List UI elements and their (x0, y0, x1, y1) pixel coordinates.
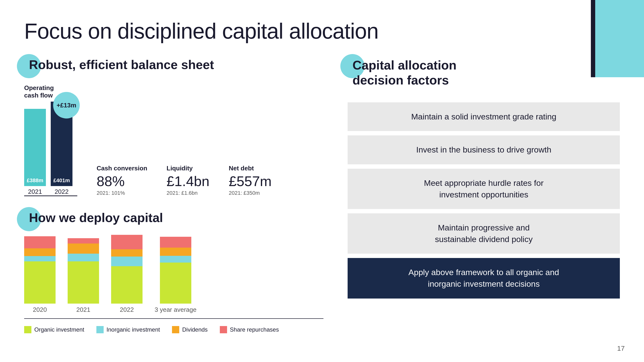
legend-label-organic: Organic investment (34, 326, 84, 333)
metric-net-debt-title: Net debt (229, 165, 272, 172)
balance-metrics: Operating cash flow £388m 2021 (24, 84, 324, 196)
balance-sheet-title: Robust, efficient balance sheet (24, 58, 214, 72)
metric-cash-conversion: Cash conversion 88% 2021: 101% (96, 165, 147, 196)
metric-liquidity-title: Liquidity (167, 165, 210, 172)
metric-liquidity-sub: 2021: £1.6bn (167, 190, 210, 196)
deploy-bar-2021: 2021 (68, 238, 99, 314)
segment-inorganic-2021 (68, 254, 99, 261)
segment-inorganic-2022 (111, 257, 142, 266)
legend-label-repurchases: Share repurchases (230, 326, 279, 333)
deploy-section: How we deploy capital (24, 211, 324, 333)
bar-2022: +£13m £401m 2022 (51, 102, 72, 195)
metric-liquidity: Liquidity £1.4bn 2021: £1.6bn (167, 165, 210, 196)
page-title: Focus on disciplined capital allocation (24, 19, 620, 43)
delta-badge: +£13m (53, 92, 80, 118)
legend-dot-repurchases (220, 326, 227, 333)
balance-sheet-section: Robust, efficient balance sheet (24, 58, 324, 72)
deploy-bar-2022: 2022 (111, 235, 142, 314)
deploy-bar-2020: 2020 (24, 236, 56, 314)
segment-organic-3yr (160, 263, 191, 304)
metric-liquidity-value: £1.4bn (167, 174, 210, 189)
factor-2: Invest in the business to drive growth (348, 135, 620, 164)
bar-2022-label: £401m (54, 177, 70, 184)
segment-repurchases-2020 (24, 236, 56, 248)
metric-net-debt-sub: 2021: £350m (229, 190, 272, 196)
page-number: 17 (617, 345, 625, 352)
segment-organic-2022 (111, 266, 142, 304)
factor-5: Apply above framework to all organic and… (348, 258, 620, 298)
content-columns: Robust, efficient balance sheet Operatin… (24, 58, 620, 333)
chart-legend: Organic investment Inorganic investment … (24, 326, 324, 333)
legend-label-inorganic: Inorganic investment (106, 326, 160, 333)
legend-dividends: Dividends (172, 326, 208, 333)
stacked-bar-2020 (24, 236, 56, 304)
stacked-bar-3yr (160, 237, 191, 304)
legend-dot-organic (24, 326, 32, 333)
metric-net-debt: Net debt £557m 2021: £350m (229, 165, 272, 196)
segment-dividends-3yr (160, 248, 191, 256)
deploy-title: How we deploy capital (24, 211, 163, 225)
left-column: Robust, efficient balance sheet Operatin… (24, 58, 324, 333)
bar-2021-year: 2021 (28, 188, 42, 195)
segment-dividends-2022 (111, 249, 142, 257)
deploy-year-2020: 2020 (33, 306, 47, 314)
deploy-year-2021: 2021 (76, 306, 90, 314)
cash-flow-chart: Operating cash flow £388m 2021 (24, 84, 77, 196)
bar-2021-label: £388m (27, 177, 44, 184)
segment-inorganic-3yr (160, 256, 191, 263)
cash-flow-label: Operating cash flow (24, 84, 54, 99)
stacked-bar-2022 (111, 235, 142, 304)
segment-repurchases-2021 (68, 238, 99, 244)
segment-organic-2021 (68, 261, 99, 304)
segment-organic-2020 (24, 261, 56, 304)
legend-repurchases: Share repurchases (220, 326, 279, 333)
legend-organic: Organic investment (24, 326, 84, 333)
decision-factors: Maintain a solid investment grade rating… (348, 102, 620, 299)
cap-alloc-header: Capital allocation decision factors (348, 58, 620, 88)
slide: Focus on disciplined capital allocation … (0, 0, 644, 362)
legend-inorganic: Inorganic investment (96, 326, 160, 333)
segment-dividends-2020 (24, 248, 56, 256)
deploy-header: How we deploy capital (24, 211, 324, 225)
legend-dot-inorganic (96, 326, 104, 333)
deploy-bar-3yr: 3 year average (154, 237, 196, 314)
chart-baseline (24, 195, 77, 196)
factor-4: Maintain progressive andsustainable divi… (348, 213, 620, 254)
factor-3: Meet appropriate hurdle rates forinvestm… (348, 169, 620, 209)
bar-2022-year: 2022 (54, 188, 68, 195)
metric-cash-conversion-value: 88% (96, 174, 147, 189)
bar-2021: £388m 2021 (24, 109, 46, 195)
segment-inorganic-2020 (24, 256, 56, 261)
right-column: Capital allocation decision factors Main… (348, 58, 620, 333)
segment-repurchases-3yr (160, 237, 191, 248)
deploy-year-3yr: 3 year average (154, 306, 196, 314)
legend-dot-dividends (172, 326, 179, 333)
metric-cash-conversion-title: Cash conversion (96, 165, 147, 172)
segment-dividends-2021 (68, 244, 99, 254)
segment-repurchases-2022 (111, 235, 142, 249)
deploy-year-2022: 2022 (120, 306, 134, 314)
legend-label-dividends: Dividends (182, 326, 208, 333)
deploy-chart: 2020 2021 (24, 235, 324, 319)
stacked-bar-2021 (68, 238, 99, 304)
bars-container: £388m 2021 +£13m £401m 2022 (24, 102, 72, 195)
metric-cash-conversion-sub: 2021: 101% (96, 190, 147, 196)
cap-alloc-title: Capital allocation decision factors (348, 58, 456, 88)
factor-1: Maintain a solid investment grade rating (348, 102, 620, 131)
metric-net-debt-value: £557m (229, 174, 272, 189)
